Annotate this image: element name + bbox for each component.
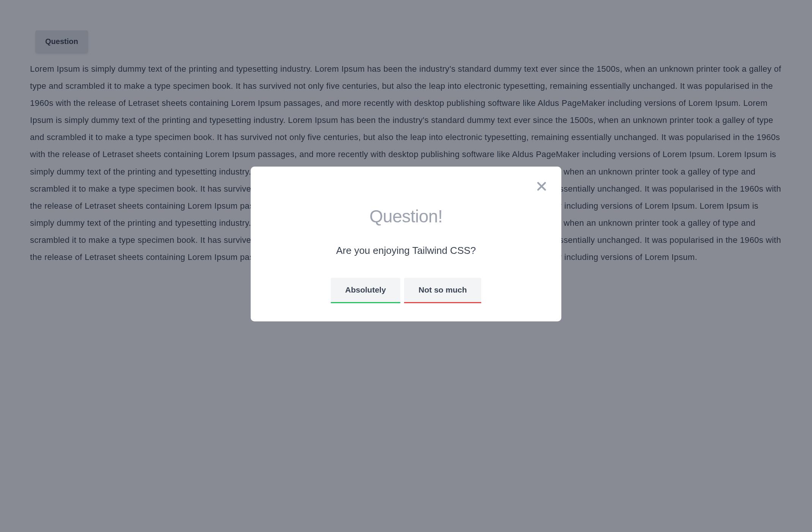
close-button[interactable] [533, 178, 550, 195]
modal-actions: Absolutely Not so much [331, 278, 482, 303]
absolutely-button[interactable]: Absolutely [331, 278, 400, 303]
modal-subtitle: Are you enjoying Tailwind CSS? [336, 245, 476, 257]
not-so-much-button[interactable]: Not so much [404, 278, 481, 303]
modal-overlay[interactable]: Question! Are you enjoying Tailwind CSS?… [0, 0, 812, 532]
question-modal: Question! Are you enjoying Tailwind CSS?… [251, 167, 561, 321]
close-icon [536, 180, 548, 192]
modal-title: Question! [370, 206, 442, 227]
